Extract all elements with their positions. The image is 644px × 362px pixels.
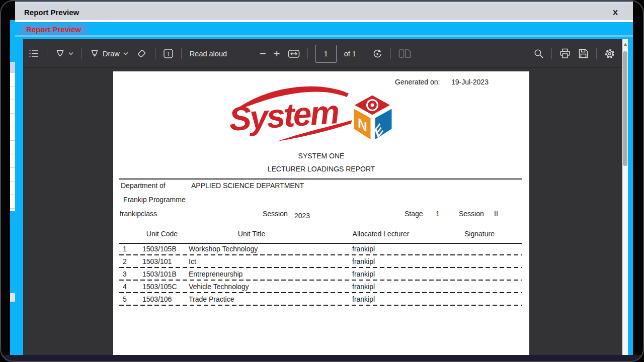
erase-button[interactable]	[136, 48, 147, 59]
table-of-contents-icon	[29, 50, 39, 57]
page-count-label: of 1	[344, 50, 356, 58]
stage-value: 1	[436, 210, 440, 218]
save-icon	[578, 48, 589, 59]
eraser-icon	[136, 48, 147, 59]
page-view-button[interactable]	[398, 49, 411, 58]
row-num: 1	[123, 245, 127, 253]
generated-on-label: Generated on:	[395, 78, 440, 86]
row-lecturer: frankipl	[352, 270, 375, 278]
row-lecturer: frankipl	[352, 257, 375, 265]
row-divider	[119, 254, 522, 255]
highlight-button[interactable]	[55, 49, 73, 58]
toolbar-divider	[364, 48, 364, 59]
row-code: 1503/105C	[142, 283, 177, 291]
row-title: Workshop Technology	[189, 245, 258, 253]
toolbar-divider	[47, 48, 47, 59]
rotate-icon	[372, 48, 383, 59]
row-code: 1503/106	[142, 295, 172, 303]
row-title: Entrepreneurship	[189, 270, 243, 278]
toolbar-divider	[82, 48, 82, 59]
scroll-up-arrow-icon[interactable]	[623, 43, 627, 46]
header-rule	[119, 178, 522, 179]
fit-to-width-button[interactable]	[288, 49, 300, 58]
report-preview-window: Report Preview X Report Preview	[15, 2, 633, 358]
toolbar-divider	[181, 48, 182, 59]
org-title: SYSTEM ONE	[298, 152, 345, 160]
pen-icon	[90, 49, 99, 58]
add-text-button[interactable]: T	[164, 49, 173, 58]
close-button[interactable]: X	[613, 8, 618, 17]
scrollbar-thumb[interactable]	[623, 51, 627, 166]
window-title: Report Preview	[24, 8, 613, 17]
highlighter-icon	[55, 49, 65, 58]
toolbar-divider	[307, 48, 308, 59]
pdf-page: Generated on: 19-Jul-2023 System N	[113, 71, 529, 355]
row-code: 1503/101B	[142, 270, 177, 278]
session-value: 2023	[294, 212, 310, 220]
col-header-unit-title: Unit Title	[238, 230, 265, 238]
row-divider	[119, 280, 522, 281]
row-divider	[119, 305, 522, 306]
screen: Report Preview X Report Preview	[0, 0, 644, 362]
table-top-rule	[119, 243, 522, 244]
generated-on-value: 19-Jul-2023	[451, 78, 489, 86]
svg-text:T: T	[167, 51, 170, 57]
printer-icon	[559, 48, 571, 59]
two-page-view-icon	[398, 49, 411, 58]
department-value: APPLIED SCIENCE DEPARTMENT	[191, 182, 304, 190]
row-divider	[119, 267, 522, 268]
toolbar-divider	[551, 48, 552, 59]
col-header-unit-code: Unit Code	[146, 230, 178, 238]
row-title: Ict	[189, 257, 196, 265]
toolbar-divider	[596, 48, 597, 59]
row-lecturer: frankipl	[352, 295, 375, 303]
settings-button[interactable]	[604, 48, 615, 59]
search-button[interactable]	[534, 49, 544, 59]
vertical-scrollbar[interactable]	[622, 39, 628, 357]
row-num: 4	[123, 283, 127, 291]
chevron-down-icon	[68, 52, 73, 55]
save-button[interactable]	[578, 48, 589, 59]
row-code: 1503/105B	[142, 245, 177, 253]
session-label: Session	[263, 210, 288, 218]
row-title: Trade Practice	[189, 295, 234, 303]
col-header-signature: Signature	[464, 230, 495, 238]
row-num: 2	[123, 257, 127, 265]
pdf-viewer: Draw T	[23, 39, 622, 357]
pdf-toolbar: Draw T	[23, 39, 622, 68]
titlebar: Report Preview X	[15, 4, 633, 20]
row-lecturer: frankipl	[352, 283, 375, 291]
page-number-input[interactable]: 1	[315, 45, 337, 63]
zoom-in-button[interactable]: +	[274, 48, 280, 59]
chevron-down-icon	[123, 52, 128, 55]
zoom-out-button[interactable]: −	[260, 48, 266, 59]
session2-label: Session	[459, 210, 484, 218]
rotate-button[interactable]	[372, 48, 383, 59]
stage-label: Stage	[405, 210, 423, 218]
system-one-logo: System N E	[230, 80, 396, 145]
gear-icon	[604, 48, 615, 59]
text-tool-icon: T	[164, 49, 173, 58]
fit-width-icon	[288, 49, 300, 58]
toolbar-divider	[390, 48, 391, 59]
draw-button[interactable]: Draw	[90, 49, 128, 58]
row-title: Vehicle Technology	[189, 283, 249, 291]
department-label: Department of	[121, 182, 166, 190]
toolbar-divider	[155, 48, 155, 59]
report-preview-banner: Report Preview	[15, 22, 633, 39]
session2-value: II	[494, 210, 498, 218]
pdf-canvas: Generated on: 19-Jul-2023 System N	[23, 68, 622, 357]
col-header-allocated-lecturer: Allocated Lecturer	[353, 230, 410, 238]
draw-label: Draw	[103, 50, 120, 58]
search-icon	[534, 49, 544, 59]
print-button[interactable]	[559, 48, 571, 59]
programme-line: Frankip Programme	[123, 196, 186, 204]
row-num: 3	[123, 270, 127, 278]
read-aloud-label: Read aloud	[190, 50, 227, 58]
logo-cube: N E	[353, 95, 392, 141]
read-aloud-button[interactable]: Read aloud	[190, 50, 227, 58]
banner-tab[interactable]: Report Preview	[20, 24, 87, 35]
row-num: 5	[123, 295, 127, 303]
row-lecturer: frankipl	[352, 245, 375, 253]
table-of-contents-button[interactable]	[29, 50, 39, 57]
